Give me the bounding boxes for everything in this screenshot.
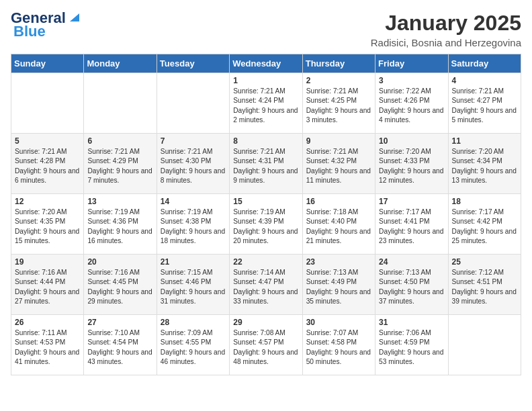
day-number: 22: [233, 257, 298, 267]
cell-content: Sunrise: 7:14 AM Sunset: 4:47 PM Dayligh…: [233, 268, 298, 306]
day-number: 27: [87, 318, 152, 327]
svg-marker-0: [70, 13, 79, 21]
calendar-cell: 13Sunrise: 7:19 AM Sunset: 4:36 PM Dayli…: [84, 194, 157, 255]
cell-content: Sunrise: 7:21 AM Sunset: 4:28 PM Dayligh…: [15, 147, 80, 185]
day-number: 25: [452, 257, 517, 267]
day-number: 16: [306, 197, 371, 206]
day-number: 28: [161, 318, 226, 327]
day-number: 24: [379, 257, 444, 267]
col-monday: Monday: [84, 54, 157, 73]
cell-content: Sunrise: 7:13 AM Sunset: 4:50 PM Dayligh…: [379, 268, 444, 306]
day-number: 5: [15, 136, 80, 146]
day-number: 12: [15, 197, 80, 206]
calendar-cell: 11Sunrise: 7:20 AM Sunset: 4:34 PM Dayli…: [448, 134, 521, 194]
calendar-cell: 5Sunrise: 7:21 AM Sunset: 4:28 PM Daylig…: [11, 134, 84, 194]
calendar-cell: [448, 315, 521, 375]
day-number: 10: [379, 136, 444, 146]
calendar-week-row: 5Sunrise: 7:21 AM Sunset: 4:28 PM Daylig…: [11, 134, 521, 194]
day-number: 7: [161, 136, 226, 146]
cell-content: Sunrise: 7:21 AM Sunset: 4:24 PM Dayligh…: [233, 87, 298, 125]
calendar-cell: 28Sunrise: 7:09 AM Sunset: 4:55 PM Dayli…: [157, 315, 229, 375]
day-number: 4: [452, 76, 517, 85]
col-tuesday: Tuesday: [157, 54, 229, 73]
cell-content: Sunrise: 7:16 AM Sunset: 4:45 PM Dayligh…: [87, 268, 152, 306]
calendar-cell: 4Sunrise: 7:21 AM Sunset: 4:27 PM Daylig…: [448, 73, 521, 134]
calendar-cell: 1Sunrise: 7:21 AM Sunset: 4:24 PM Daylig…: [230, 73, 302, 134]
col-sunday: Sunday: [11, 54, 84, 73]
calendar-week-row: 19Sunrise: 7:16 AM Sunset: 4:44 PM Dayli…: [11, 255, 521, 315]
calendar-header-row: Sunday Monday Tuesday Wednesday Thursday…: [11, 54, 521, 73]
cell-content: Sunrise: 7:13 AM Sunset: 4:49 PM Dayligh…: [306, 268, 371, 306]
cell-content: Sunrise: 7:21 AM Sunset: 4:32 PM Dayligh…: [306, 147, 371, 185]
day-number: 29: [233, 318, 298, 327]
cell-content: Sunrise: 7:16 AM Sunset: 4:44 PM Dayligh…: [15, 268, 80, 306]
calendar-week-row: 1Sunrise: 7:21 AM Sunset: 4:24 PM Daylig…: [11, 73, 521, 134]
day-number: 19: [15, 257, 80, 267]
cell-content: Sunrise: 7:21 AM Sunset: 4:27 PM Dayligh…: [452, 87, 517, 125]
cell-content: Sunrise: 7:17 AM Sunset: 4:42 PM Dayligh…: [452, 208, 517, 246]
day-number: 9: [306, 136, 371, 146]
calendar-cell: 30Sunrise: 7:07 AM Sunset: 4:58 PM Dayli…: [302, 315, 375, 375]
day-number: 23: [306, 257, 371, 267]
day-number: 17: [379, 197, 444, 206]
cell-content: Sunrise: 7:21 AM Sunset: 4:29 PM Dayligh…: [87, 147, 152, 185]
calendar-cell: 18Sunrise: 7:17 AM Sunset: 4:42 PM Dayli…: [448, 194, 521, 255]
calendar-cell: 7Sunrise: 7:21 AM Sunset: 4:30 PM Daylig…: [157, 134, 229, 194]
day-number: 21: [161, 257, 226, 267]
day-number: 31: [379, 318, 444, 327]
title-section: January 2025 Radisici, Bosnia and Herzeg…: [371, 11, 521, 48]
cell-content: Sunrise: 7:22 AM Sunset: 4:26 PM Dayligh…: [379, 87, 444, 125]
calendar-cell: 15Sunrise: 7:19 AM Sunset: 4:39 PM Dayli…: [230, 194, 302, 255]
cell-content: Sunrise: 7:17 AM Sunset: 4:41 PM Dayligh…: [379, 208, 444, 246]
cell-content: Sunrise: 7:20 AM Sunset: 4:33 PM Dayligh…: [379, 147, 444, 185]
calendar-cell: [157, 73, 229, 134]
calendar-cell: 21Sunrise: 7:15 AM Sunset: 4:46 PM Dayli…: [157, 255, 229, 315]
cell-content: Sunrise: 7:11 AM Sunset: 4:53 PM Dayligh…: [15, 328, 80, 367]
calendar-cell: 3Sunrise: 7:22 AM Sunset: 4:26 PM Daylig…: [375, 73, 448, 134]
logo-triangle-icon: [67, 9, 82, 24]
cell-content: Sunrise: 7:19 AM Sunset: 4:38 PM Dayligh…: [161, 208, 226, 246]
day-number: 1: [233, 76, 298, 85]
cell-content: Sunrise: 7:06 AM Sunset: 4:59 PM Dayligh…: [379, 328, 444, 367]
calendar-table: Sunday Monday Tuesday Wednesday Thursday…: [11, 54, 521, 375]
calendar-cell: 16Sunrise: 7:18 AM Sunset: 4:40 PM Dayli…: [302, 194, 375, 255]
cell-content: Sunrise: 7:20 AM Sunset: 4:34 PM Dayligh…: [452, 147, 517, 185]
cell-content: Sunrise: 7:21 AM Sunset: 4:30 PM Dayligh…: [161, 147, 226, 185]
calendar-cell: 22Sunrise: 7:14 AM Sunset: 4:47 PM Dayli…: [230, 255, 302, 315]
day-number: 6: [87, 136, 152, 146]
logo-blue: Blue: [13, 23, 46, 40]
calendar-cell: [11, 73, 84, 134]
cell-content: Sunrise: 7:09 AM Sunset: 4:55 PM Dayligh…: [161, 328, 226, 367]
logo: General Blue: [11, 11, 82, 40]
cell-content: Sunrise: 7:21 AM Sunset: 4:25 PM Dayligh…: [306, 87, 371, 125]
day-number: 11: [452, 136, 517, 146]
col-friday: Friday: [375, 54, 448, 73]
calendar-cell: 20Sunrise: 7:16 AM Sunset: 4:45 PM Dayli…: [84, 255, 157, 315]
cell-content: Sunrise: 7:20 AM Sunset: 4:35 PM Dayligh…: [15, 208, 80, 246]
calendar-cell: 26Sunrise: 7:11 AM Sunset: 4:53 PM Dayli…: [11, 315, 84, 375]
cell-content: Sunrise: 7:15 AM Sunset: 4:46 PM Dayligh…: [161, 268, 226, 306]
calendar-cell: 8Sunrise: 7:21 AM Sunset: 4:31 PM Daylig…: [230, 134, 302, 194]
day-number: 2: [306, 76, 371, 85]
calendar-cell: 2Sunrise: 7:21 AM Sunset: 4:25 PM Daylig…: [302, 73, 375, 134]
cell-content: Sunrise: 7:19 AM Sunset: 4:36 PM Dayligh…: [87, 208, 152, 246]
calendar-cell: 6Sunrise: 7:21 AM Sunset: 4:29 PM Daylig…: [84, 134, 157, 194]
calendar-cell: 9Sunrise: 7:21 AM Sunset: 4:32 PM Daylig…: [302, 134, 375, 194]
cell-content: Sunrise: 7:19 AM Sunset: 4:39 PM Dayligh…: [233, 208, 298, 246]
col-saturday: Saturday: [448, 54, 521, 73]
day-number: 14: [161, 197, 226, 206]
calendar-cell: 27Sunrise: 7:10 AM Sunset: 4:54 PM Dayli…: [84, 315, 157, 375]
calendar-cell: 12Sunrise: 7:20 AM Sunset: 4:35 PM Dayli…: [11, 194, 84, 255]
month-title: January 2025: [371, 11, 521, 36]
cell-content: Sunrise: 7:07 AM Sunset: 4:58 PM Dayligh…: [306, 328, 371, 367]
calendar-week-row: 12Sunrise: 7:20 AM Sunset: 4:35 PM Dayli…: [11, 194, 521, 255]
calendar-week-row: 26Sunrise: 7:11 AM Sunset: 4:53 PM Dayli…: [11, 315, 521, 375]
day-number: 26: [15, 318, 80, 327]
col-wednesday: Wednesday: [230, 54, 302, 73]
page-header: General Blue January 2025 Radisici, Bosn…: [11, 11, 521, 48]
col-thursday: Thursday: [302, 54, 375, 73]
calendar-cell: 19Sunrise: 7:16 AM Sunset: 4:44 PM Dayli…: [11, 255, 84, 315]
calendar-cell: 31Sunrise: 7:06 AM Sunset: 4:59 PM Dayli…: [375, 315, 448, 375]
day-number: 13: [87, 197, 152, 206]
cell-content: Sunrise: 7:10 AM Sunset: 4:54 PM Dayligh…: [87, 328, 152, 367]
